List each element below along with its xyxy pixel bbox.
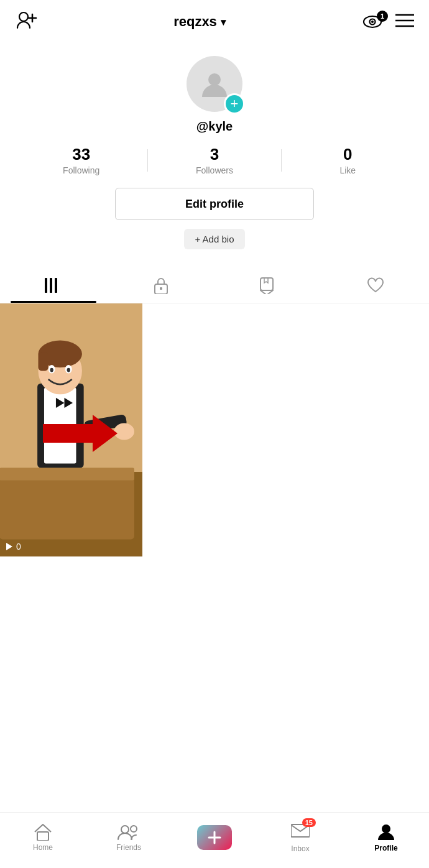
- nav-inbox[interactable]: 15 Inbox: [275, 822, 325, 853]
- inbox-badge: 15: [302, 818, 316, 827]
- create-button[interactable]: [197, 825, 232, 850]
- svg-rect-30: [38, 353, 48, 371]
- viewers-badge: 1: [377, 11, 388, 22]
- svg-point-40: [121, 826, 129, 833]
- svg-point-41: [131, 826, 137, 832]
- svg-marker-37: [43, 415, 118, 452]
- svg-point-33: [50, 368, 53, 372]
- inbox-icon-wrap: 15: [291, 822, 310, 842]
- add-user-button[interactable]: [15, 9, 37, 34]
- profile-section: + @kyle 33 Following 3 Followers 0 Like …: [0, 44, 429, 262]
- svg-point-44: [382, 824, 390, 833]
- menu-button[interactable]: [395, 14, 414, 30]
- likes-label: Like: [339, 165, 356, 175]
- svg-rect-15: [160, 287, 162, 290]
- video-grid: 0: [0, 303, 429, 556]
- avatar-wrap: +: [187, 56, 242, 112]
- svg-rect-13: [55, 278, 57, 293]
- bottom-nav: Home Friends 15 Inbox: [0, 812, 429, 868]
- svg-rect-22: [0, 472, 134, 539]
- svg-rect-11: [45, 278, 47, 293]
- svg-rect-12: [50, 278, 52, 293]
- following-stat[interactable]: 33 Following: [15, 145, 147, 175]
- edit-profile-button[interactable]: Edit profile: [115, 188, 314, 220]
- svg-point-10: [208, 73, 221, 86]
- nav-friends[interactable]: Friends: [104, 823, 154, 852]
- svg-point-5: [371, 21, 374, 23]
- nav-profile-label: Profile: [374, 844, 397, 852]
- svg-rect-39: [37, 832, 48, 841]
- nav-create[interactable]: [190, 825, 239, 850]
- profile-username: @kyle: [196, 119, 233, 134]
- following-label: Following: [63, 165, 99, 175]
- viewers-button[interactable]: 1: [362, 14, 383, 29]
- nav-username: reqzxs: [173, 14, 217, 30]
- followers-stat[interactable]: 3 Followers: [148, 145, 280, 175]
- username-dropdown[interactable]: reqzxs ▾: [173, 14, 226, 30]
- nav-home-label: Home: [33, 843, 53, 852]
- tab-videos[interactable]: [0, 268, 108, 303]
- top-nav: reqzxs ▾ 1: [0, 0, 429, 44]
- followers-count: 3: [210, 145, 219, 164]
- nav-profile[interactable]: Profile: [361, 823, 411, 852]
- nav-home[interactable]: Home: [18, 823, 68, 852]
- nav-friends-label: Friends: [116, 843, 141, 852]
- following-count: 33: [72, 145, 90, 164]
- content-tabs: [0, 268, 429, 303]
- nav-inbox-label: Inbox: [291, 844, 309, 853]
- svg-rect-23: [0, 468, 134, 480]
- tab-tagged[interactable]: [214, 268, 322, 303]
- chevron-icon: ▾: [221, 16, 226, 28]
- svg-rect-16: [261, 278, 273, 290]
- likes-count: 0: [343, 145, 352, 164]
- add-bio-button[interactable]: + Add bio: [184, 229, 246, 249]
- followers-label: Followers: [196, 165, 233, 175]
- video-thumbnail[interactable]: 0: [0, 303, 142, 556]
- svg-point-0: [19, 12, 28, 21]
- svg-point-34: [67, 368, 70, 372]
- top-nav-right: 1: [362, 14, 414, 30]
- stats-row: 33 Following 3 Followers 0 Like: [15, 145, 414, 175]
- likes-stat[interactable]: 0 Like: [282, 145, 414, 175]
- tab-liked[interactable]: [322, 268, 430, 303]
- svg-marker-38: [6, 543, 12, 550]
- video-play-count: 0: [5, 542, 21, 552]
- tab-private[interactable]: [108, 268, 215, 303]
- avatar-add-button[interactable]: +: [224, 93, 245, 114]
